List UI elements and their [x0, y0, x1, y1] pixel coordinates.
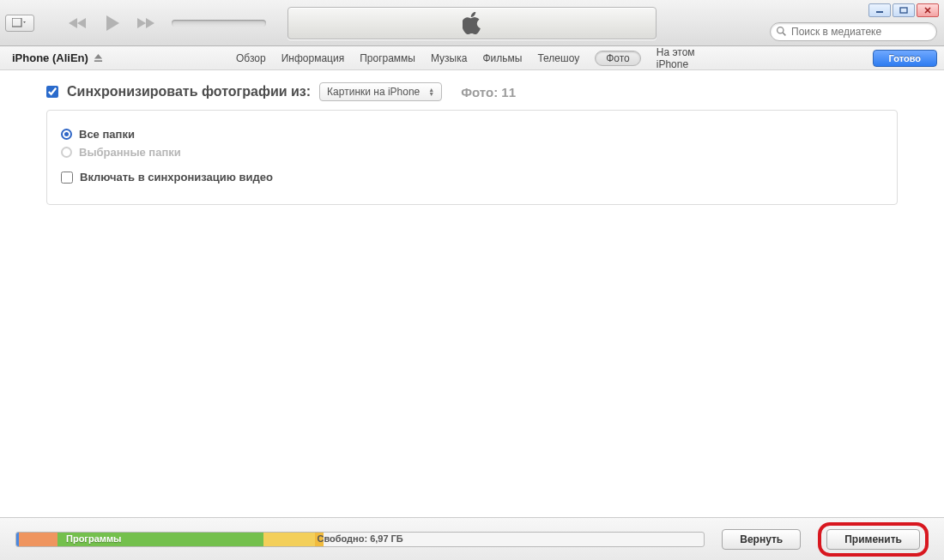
select-arrows-icon: ▲▼ — [428, 87, 434, 96]
view-mode-button[interactable] — [5, 15, 34, 32]
previous-icon — [67, 16, 89, 30]
svg-rect-1 — [876, 11, 883, 13]
photo-count: Фото: 11 — [461, 85, 516, 99]
sync-photos-label: Синхронизировать фотографии из: — [67, 84, 311, 99]
next-icon — [136, 16, 158, 30]
volume-slider[interactable] — [172, 20, 266, 27]
tab-movies[interactable]: Фильмы — [482, 52, 522, 64]
radio-selected-folders — [61, 147, 72, 158]
capacity-free-label: Свободно: 6,97 ГБ — [317, 533, 402, 544]
device-name-label: iPhone (AliEn) — [12, 51, 88, 64]
include-video-checkbox[interactable] — [61, 172, 73, 184]
close-button[interactable] — [917, 3, 939, 17]
tab-on-device[interactable]: На этом iPhone — [657, 46, 708, 70]
revert-button[interactable]: Вернуть — [722, 529, 801, 550]
device-tabs: Обзор Информация Программы Музыка Фильмы… — [236, 46, 708, 70]
tab-info[interactable]: Информация — [281, 52, 344, 64]
view-mode-icon — [12, 18, 27, 28]
top-toolbar — [0, 0, 944, 46]
radio-selected-folders-label: Выбранные папки — [79, 146, 181, 159]
play-button[interactable] — [98, 13, 127, 33]
eject-icon[interactable] — [94, 53, 103, 63]
window-controls — [868, 3, 939, 17]
search-wrap — [770, 22, 937, 41]
sync-header: Синхронизировать фотографии из: Картинки… — [46, 82, 898, 101]
svg-rect-2 — [900, 8, 907, 13]
photo-source-select[interactable]: Картинки на iPhone ▲▼ — [319, 82, 442, 101]
svg-line-4 — [783, 33, 785, 35]
bottom-bar: Программы Свободно: 6,97 ГБ Вернуть Прим… — [0, 517, 944, 560]
search-input[interactable] — [770, 22, 937, 41]
play-icon — [103, 14, 122, 33]
capacity-apps-label: Программы — [66, 533, 121, 544]
sync-options-panel: Все папки Выбранные папки Включать в син… — [46, 110, 898, 205]
device-nav-row: iPhone (AliEn) Обзор Информация Программ… — [0, 46, 944, 70]
apple-logo-icon — [463, 12, 481, 34]
apply-highlight: Применить — [818, 522, 929, 557]
maximize-button[interactable] — [893, 3, 915, 17]
tab-tvshows[interactable]: Телешоу — [537, 52, 579, 64]
main-content: Синхронизировать фотографии из: Картинки… — [0, 70, 944, 517]
device-name[interactable]: iPhone (AliEn) — [12, 51, 103, 64]
capacity-bar: Программы Свободно: 6,97 ГБ — [15, 532, 705, 547]
sync-photos-checkbox[interactable] — [46, 86, 58, 98]
svg-rect-0 — [12, 18, 21, 27]
include-video-label: Включать в синхронизацию видео — [80, 171, 273, 184]
next-button[interactable] — [132, 13, 161, 33]
minimize-button[interactable] — [868, 3, 891, 17]
capacity-seg-other1 — [19, 533, 57, 546]
photo-source-value: Картинки на iPhone — [327, 86, 420, 98]
tab-music[interactable]: Музыка — [431, 52, 467, 64]
svg-point-3 — [778, 27, 784, 33]
playback-controls — [64, 13, 161, 33]
tab-apps[interactable]: Программы — [360, 52, 415, 64]
capacity-seg-other2 — [263, 533, 315, 546]
status-lcd — [287, 7, 657, 39]
apply-button[interactable]: Применить — [826, 529, 920, 550]
tab-overview[interactable]: Обзор — [236, 52, 266, 64]
done-button[interactable]: Готово — [873, 50, 937, 67]
search-icon — [776, 26, 787, 37]
radio-all-folders-label: Все папки — [79, 128, 135, 141]
tab-photos[interactable]: Фото — [595, 51, 641, 66]
radio-all-folders[interactable] — [61, 129, 72, 140]
previous-button[interactable] — [64, 13, 93, 33]
